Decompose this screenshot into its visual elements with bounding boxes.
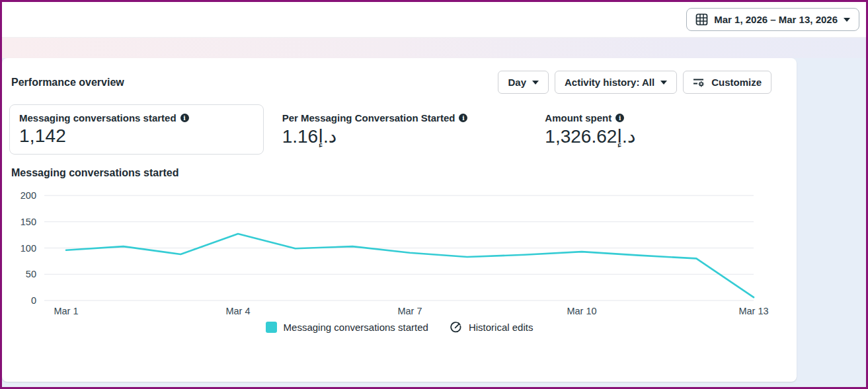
line-chart-svg: 050100150200Mar 1Mar 4Mar 7Mar 10Mar 13 [9, 184, 789, 318]
metric-label: Amount spent [545, 112, 612, 124]
toolbar: Day Activity history: All [498, 71, 771, 94]
activity-history-dropdown[interactable]: Activity history: All [555, 71, 677, 94]
series-swatch-icon [266, 322, 277, 333]
metric-value: 1,142 [19, 125, 254, 147]
page-background: Performance overview Day Activity histor… [2, 58, 866, 387]
svg-text:200: 200 [20, 190, 36, 201]
customize-settings-icon [693, 77, 705, 88]
calendar-grid-icon [695, 13, 708, 26]
svg-text:0: 0 [31, 295, 36, 306]
svg-text:Mar 7: Mar 7 [397, 306, 422, 316]
historical-edits-icon [450, 321, 462, 334]
chevron-down-icon [844, 18, 850, 22]
metric-cards-row: Messaging conversations started 1,142 Pe… [9, 104, 789, 155]
chart-legend: Messaging conversations started Historic… [2, 321, 797, 334]
app-window: Mar 1, 2026 – Mar 13, 2026 Performance o… [0, 0, 868, 389]
metric-label: Per Messaging Conversation Started [282, 112, 455, 124]
metric-value: 1.16د.إ [282, 125, 517, 147]
svg-text:50: 50 [26, 269, 36, 279]
header-gradient-band [2, 38, 866, 58]
info-icon[interactable] [459, 114, 467, 122]
page-title: Performance overview [11, 77, 124, 88]
date-range-picker[interactable]: Mar 1, 2026 – Mar 13, 2026 [686, 8, 859, 31]
chevron-down-icon [660, 81, 667, 85]
svg-text:Mar 1: Mar 1 [54, 306, 78, 316]
top-bar: Mar 1, 2026 – Mar 13, 2026 [2, 2, 866, 38]
day-dropdown[interactable]: Day [498, 71, 549, 94]
info-icon[interactable] [615, 114, 624, 122]
chevron-down-icon [532, 81, 539, 85]
legend-historical-edits-label: Historical edits [469, 322, 533, 333]
svg-text:150: 150 [20, 217, 36, 227]
legend-series-label: Messaging conversations started [284, 322, 428, 333]
legend-item-series: Messaging conversations started [266, 322, 428, 333]
metric-card-per-conversation-cost[interactable]: Per Messaging Conversation Started 1.16د… [272, 104, 527, 155]
svg-text:100: 100 [20, 243, 36, 254]
customize-label: Customize [711, 77, 762, 88]
customize-button[interactable]: Customize [683, 71, 771, 94]
svg-text:Mar 4: Mar 4 [225, 306, 250, 316]
metric-card-amount-spent[interactable]: Amount spent 1,326.62د.إ [535, 104, 789, 155]
date-range-label: Mar 1, 2026 – Mar 13, 2026 [714, 14, 838, 25]
day-dropdown-label: Day [508, 77, 526, 88]
activity-history-label: Activity history: All [565, 77, 654, 88]
svg-text:Mar 10: Mar 10 [567, 306, 596, 316]
performance-overview-panel: Performance overview Day Activity histor… [2, 58, 797, 382]
info-icon[interactable] [180, 114, 189, 122]
svg-text:Mar 13: Mar 13 [738, 306, 768, 316]
metric-label: Messaging conversations started [19, 112, 177, 124]
metric-value: 1,326.62د.إ [545, 125, 779, 147]
legend-item-historical-edits: Historical edits [450, 321, 533, 334]
chart-heading: Messaging conversations started [11, 167, 797, 179]
metric-card-messaging-conversations[interactable]: Messaging conversations started 1,142 [9, 104, 264, 155]
